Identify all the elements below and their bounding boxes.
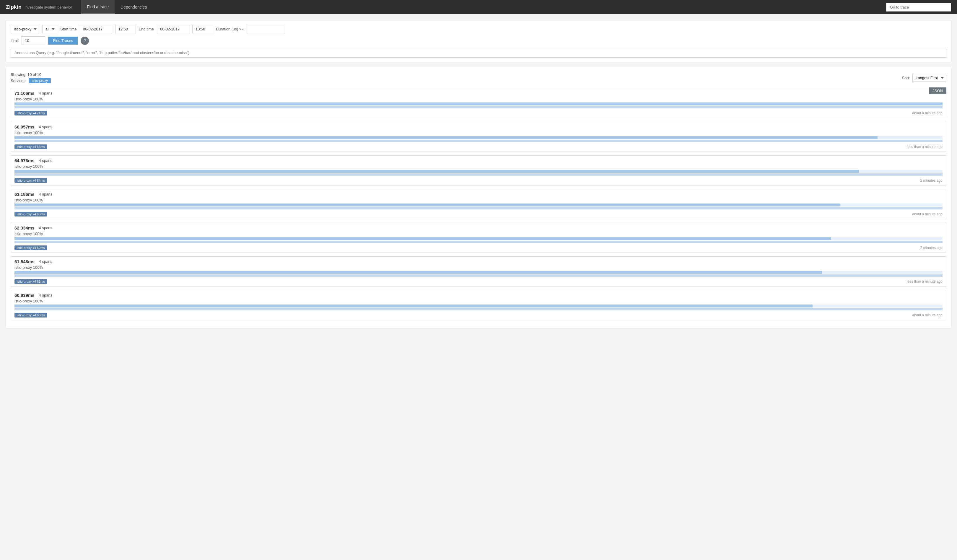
nav-dependencies[interactable]: Dependencies [115,0,153,14]
trace-bar-secondary [14,174,943,176]
duration-input[interactable] [246,25,285,33]
trace-bar [14,271,822,274]
trace-card[interactable]: 62.334ms 4 spans istio-proxy 100% istio-… [11,223,946,253]
trace-bar-bg [14,136,943,139]
trace-bar [14,103,943,106]
trace-duration: 63.186ms [14,192,35,197]
filter-bar: istio-proxy all all Start time End time … [6,20,951,62]
trace-tag: istio-proxy x4 64ms [14,178,47,183]
trace-footer: istio-proxy x4 71ms about a minute ago [11,110,946,118]
services-row: Services: istio-proxy [11,78,51,83]
trace-spans: 4 spans [39,158,52,163]
trace-tag: istio-proxy x4 66ms [14,144,47,149]
trace-time: about a minute ago [912,212,943,216]
trace-spans: 4 spans [39,125,52,129]
trace-bar-secondary [14,207,943,210]
trace-service: istio-proxy 100% [11,232,946,237]
app-brand: Zipkin [6,4,22,10]
trace-time: about a minute ago [912,313,943,317]
trace-card[interactable]: 64.976ms 4 spans istio-proxy 100% istio-… [11,155,946,186]
trace-service: istio-proxy 100% [11,164,946,170]
header: Zipkin Investigate system behavior Find … [0,0,957,14]
span-select[interactable]: all [42,25,57,33]
end-time-input[interactable] [192,25,213,33]
trace-bar [14,203,840,207]
trace-service: istio-proxy 100% [11,97,946,103]
trace-bar-bg [14,304,943,308]
trace-spans: 4 spans [39,259,52,264]
json-button[interactable]: JSON [929,87,946,94]
main-nav: Find a trace Dependencies [81,0,153,14]
trace-duration: 60.839ms [14,293,35,298]
trace-service: istio-proxy 100% [11,299,946,304]
filter-row-1: istio-proxy all all Start time End time … [11,25,946,33]
start-time-input[interactable] [115,25,136,33]
services-label: Services: [11,79,26,83]
trace-service: istio-proxy 100% [11,198,946,203]
trace-bar-secondary [14,308,943,311]
limit-input[interactable] [22,36,45,45]
trace-card[interactable]: 66.057ms 4 spans istio-proxy 100% istio-… [11,122,946,152]
trace-bar-secondary [14,241,943,243]
trace-card-header: 64.976ms 4 spans [11,156,946,164]
trace-bar-bg [14,237,943,240]
trace-footer: istio-proxy x4 66ms less than a minute a… [11,143,946,151]
trace-card-header: 71.106ms 4 spans [11,88,929,97]
app-tagline: Investigate system behavior [25,5,72,9]
trace-footer: istio-proxy x4 60ms about a minute ago [11,312,946,320]
trace-spans: 4 spans [39,192,52,196]
help-button[interactable]: ? [81,36,89,45]
limit-label: Limit [11,38,19,43]
end-date-input[interactable] [157,25,190,33]
sort-select[interactable]: Longest First Shortest First Newest Firs… [913,74,946,82]
trace-card-header: 63.186ms 4 spans [11,189,946,198]
annotation-input[interactable] [11,48,946,58]
trace-service: istio-proxy 100% [11,265,946,271]
trace-list: 71.106ms 4 spans istio-proxy 100% istio-… [11,88,946,320]
end-time-label: End time [139,27,154,31]
trace-tag: istio-proxy x4 62ms [14,245,47,250]
results-header: Showing: 10 of 10 Services: istio-proxy … [11,70,946,85]
sort-label: Sort: [902,76,910,80]
filter-row-2: Limit Find Traces ? [11,36,946,45]
trace-bar-bg [14,271,943,274]
trace-duration: 64.976ms [14,158,35,163]
service-select[interactable]: istio-proxy all [11,25,39,33]
annotation-row [11,45,946,58]
nav-find-trace[interactable]: Find a trace [81,0,115,14]
trace-bar-secondary [14,140,943,142]
trace-duration: 61.548ms [14,259,35,264]
trace-footer: istio-proxy x4 64ms 2 minutes ago [11,177,946,185]
start-time-label: Start time [60,27,77,31]
trace-bar-secondary [14,106,943,109]
trace-card-header: 62.334ms 4 spans [11,223,946,232]
trace-spans: 4 spans [39,293,52,297]
trace-footer: istio-proxy x4 62ms 2 minutes ago [11,244,946,252]
trace-time: 2 minutes ago [921,246,943,250]
trace-time: about a minute ago [912,111,943,115]
trace-service: istio-proxy 100% [11,131,946,136]
trace-card[interactable]: 60.839ms 4 spans istio-proxy 100% istio-… [11,290,946,320]
trace-card[interactable]: 63.186ms 4 spans istio-proxy 100% istio-… [11,189,946,219]
trace-bar-bg [14,203,943,207]
find-traces-button[interactable]: Find Traces [48,36,78,44]
go-to-trace-input[interactable] [886,3,951,11]
trace-time: less than a minute ago [907,145,943,149]
trace-time: 2 minutes ago [921,178,943,183]
trace-spans: 4 spans [39,91,52,95]
trace-tag: istio-proxy x4 60ms [14,313,47,317]
trace-bar-bg [14,170,943,173]
trace-card[interactable]: 61.548ms 4 spans istio-proxy 100% istio-… [11,256,946,287]
trace-time: less than a minute ago [907,279,943,284]
results-container: Showing: 10 of 10 Services: istio-proxy … [6,67,951,328]
main-content: istio-proxy all all Start time End time … [0,14,957,339]
trace-bar [14,170,859,173]
trace-card-header: 66.057ms 4 spans [11,122,946,131]
service-tag[interactable]: istio-proxy [28,78,51,83]
trace-card[interactable]: 71.106ms 4 spans istio-proxy 100% istio-… [11,88,946,118]
trace-footer: istio-proxy x4 61ms less than a minute a… [11,278,946,286]
start-date-input[interactable] [80,25,112,33]
duration-label: Duration (μs) >= [216,27,244,31]
trace-duration: 71.106ms [14,91,35,96]
trace-footer: istio-proxy x4 63ms about a minute ago [11,211,946,219]
